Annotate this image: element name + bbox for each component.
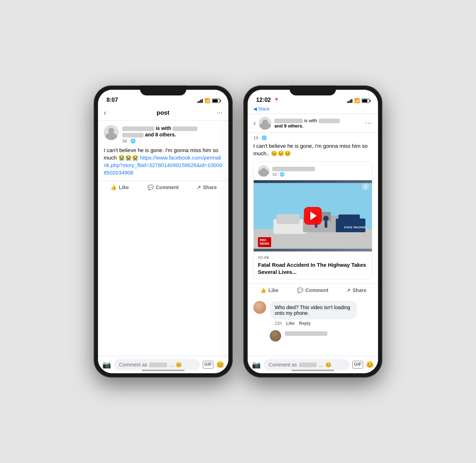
post-body-2: I can't believe he is gone, i'm gonna mi… xyxy=(248,142,378,161)
post-body-1: I can't believe he is gone. I'm gonna mi… xyxy=(98,146,228,181)
comment-btn-2[interactable]: 💬 Comment xyxy=(291,285,335,296)
info-icon-2[interactable]: ℹ xyxy=(362,183,369,190)
like-label-2: Like xyxy=(268,287,278,293)
content-2: 1d · 🌐 I can't believe he is gone, i'm g… xyxy=(248,133,378,356)
author-name-blurred-1 xyxy=(122,126,154,131)
share-label-2: Share xyxy=(353,287,367,293)
signal-bar-2-4 xyxy=(351,99,352,103)
comment-placeholder-1: Comment as xyxy=(119,362,147,368)
post-text-2: I can't believe he is gone, i'm gonna mi… xyxy=(253,143,368,156)
status-time-1: 8:07 xyxy=(107,97,118,103)
camera-icon-2[interactable]: 📷 xyxy=(252,360,261,369)
comment-actions-1: 21h Like Reply xyxy=(270,321,372,326)
share-btn-1[interactable]: ↗ Share xyxy=(185,182,228,193)
comment-extras-2: GIF 😊 xyxy=(352,361,374,369)
time-2: 12:02 xyxy=(256,97,271,103)
share-btn-2[interactable]: ↗ Share xyxy=(335,285,378,296)
comment-bubble-1: Who died? This video isn't loading onto … xyxy=(270,301,357,319)
camera-icon-1[interactable]: 📷 xyxy=(102,360,111,369)
comment-time-1: 21h xyxy=(275,321,282,326)
like-label-1: Like xyxy=(119,184,129,190)
commenter-avatar-1 xyxy=(253,301,266,314)
shared-time-2: 1d · 🌐 xyxy=(272,172,315,177)
sub-nav-2[interactable]: ◀ Slack xyxy=(248,105,378,114)
reply-button-1[interactable]: Reply xyxy=(299,321,311,326)
avatar-1 xyxy=(104,125,119,140)
nested-comment-1 xyxy=(270,330,372,342)
phone-1: 8:07 📶 ‹ post ·· xyxy=(94,85,233,378)
post-time-1: 3d · 🌐 xyxy=(122,139,223,144)
screen-1: 8:07 📶 ‹ post ·· xyxy=(98,90,228,373)
svg-text:STATE TROOPER: STATE TROOPER xyxy=(344,226,366,229)
action-bar-1: 👍 Like 💬 Comment ↗ Share xyxy=(98,181,228,194)
svg-rect-7 xyxy=(338,214,360,223)
phone-2: 12:02 📍 📶 ◀ xyxy=(243,85,382,378)
link-domain-2: rcl.ink xyxy=(258,255,368,260)
bbc-badge-2: BBCNEWS xyxy=(258,237,271,247)
signal-bar-2-1 xyxy=(347,102,348,103)
nested-author-blurred xyxy=(285,331,327,336)
shared-meta-2: 1d · 🌐 xyxy=(272,166,315,177)
slack-back-2[interactable]: ◀ Slack xyxy=(253,106,269,111)
play-triangle-2 xyxy=(310,212,317,220)
battery-fill-2 xyxy=(362,99,367,102)
signal-bar-2 xyxy=(199,101,200,103)
comment-btn-1[interactable]: 💬 Comment xyxy=(141,182,185,193)
phones-container: 8:07 📶 ‹ post ·· xyxy=(94,85,382,378)
signal-bar-2-2 xyxy=(348,101,350,103)
emoji-icon-2[interactable]: 😊 xyxy=(366,361,374,369)
comment-like-1[interactable]: Like xyxy=(286,321,295,326)
comment-extras-1: GIF 😊 xyxy=(203,361,224,369)
comment-section-2: Who died? This video isn't loading onto … xyxy=(248,297,378,346)
nested-bubble-container xyxy=(285,330,327,342)
gif-icon-1[interactable]: GIF xyxy=(203,361,213,369)
back-button-1[interactable]: ‹ xyxy=(104,108,106,118)
shared-avatar-2 xyxy=(258,165,269,177)
play-button-2[interactable] xyxy=(304,207,322,225)
comment-label-1: Comment xyxy=(156,184,179,190)
wifi-icon-2: 📶 xyxy=(354,98,360,103)
nav-post-info-2: is with and 9 others. xyxy=(271,118,365,129)
notch-2 xyxy=(290,85,336,95)
nav-bar-2: ‹ is with and 9 others. ··· xyxy=(248,114,378,133)
like-btn-1[interactable]: 👍 Like xyxy=(98,182,141,193)
notch-1 xyxy=(140,85,186,95)
location-icon-2: 📍 xyxy=(274,98,279,103)
video-thumbnail-2[interactable]: STATE TROOPER BBCNEWS ℹ xyxy=(254,180,372,251)
back-button-2[interactable]: ‹ xyxy=(253,119,256,128)
comment-name-blurred-2 xyxy=(299,363,317,367)
like-btn-2[interactable]: 👍 Like xyxy=(248,285,291,296)
share-icon-1: ↗ xyxy=(197,184,201,190)
more-button-1[interactable]: ··· xyxy=(217,110,223,116)
battery-icon-2 xyxy=(362,99,369,103)
action-bar-2: 👍 Like 💬 Comment ↗ Share xyxy=(248,283,378,297)
comment-input-1[interactable]: Comment as ... 😊 xyxy=(114,359,200,370)
like-icon-1: 👍 xyxy=(110,184,117,190)
svg-rect-3 xyxy=(277,214,300,224)
signal-bars-2 xyxy=(347,99,352,103)
more-button-2[interactable]: ··· xyxy=(366,120,372,126)
battery-fill-1 xyxy=(213,99,218,102)
time-text-2: 1d · 🌐 xyxy=(253,135,267,140)
share-label-1: Share xyxy=(203,184,217,190)
signal-bar-1 xyxy=(197,102,198,103)
screen-2: 12:02 📍 📶 ◀ xyxy=(248,90,378,373)
gif-icon-2[interactable]: GIF xyxy=(352,361,363,369)
author-blurred-2 xyxy=(274,119,303,123)
status-time-2: 12:02 📍 xyxy=(256,97,279,103)
shared-author-blurred-2 xyxy=(272,167,315,171)
nav-others-2: and 9 others. xyxy=(274,123,362,129)
comment-input-2[interactable]: Comment as ... 😊 xyxy=(264,359,350,370)
comment-placeholder-2: Comment as xyxy=(269,362,297,368)
comment-emoji-icon-1: 😊 xyxy=(176,362,182,368)
nav-bar-1: ‹ post ··· xyxy=(98,105,228,121)
nav-author-info-2: is with xyxy=(274,118,362,123)
post-time-2: 1d · 🌐 xyxy=(248,133,378,142)
svg-rect-12 xyxy=(325,221,327,228)
share-icon-2: ↗ xyxy=(346,287,351,293)
status-icons-2: 📶 xyxy=(347,98,369,103)
emoji-icon-1[interactable]: 😊 xyxy=(216,361,224,369)
others-count-1: and 8 others. xyxy=(145,132,176,137)
home-indicator-2 xyxy=(291,370,334,371)
is-with-text-1: is with xyxy=(156,125,171,131)
